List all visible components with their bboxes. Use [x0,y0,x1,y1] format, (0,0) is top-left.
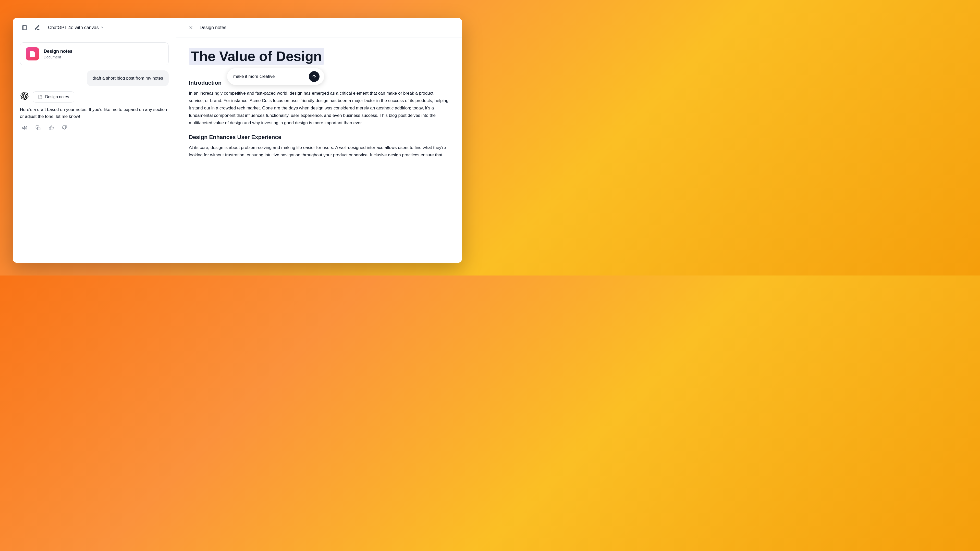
new-chat-button[interactable] [33,23,42,32]
document-title: Design notes [44,49,73,54]
model-label: ChatGPT 4o with canvas [48,25,99,30]
sidebar-toggle-button[interactable] [20,23,29,32]
assistant-actions [20,124,169,132]
document-card[interactable]: Design notes Document [20,42,169,65]
section1-text: At its core, design is about problem-sol… [189,144,449,159]
inline-prompt-input[interactable] [233,74,306,79]
document-info: Design notes Document [44,49,73,59]
inline-send-button[interactable] [309,71,320,82]
canvas-title: Design notes [200,25,226,30]
user-message: draft a short blog post from my notes [87,70,169,86]
svg-marker-4 [23,126,25,129]
document-small-icon [38,95,43,99]
svg-rect-5 [38,127,40,130]
document-subtitle: Document [44,55,73,59]
close-canvas-button[interactable] [186,23,196,32]
assistant-row: Design notes [20,91,169,103]
assistant-response-text: Here's a draft based on your notes. If y… [20,106,169,120]
assistant-message: Design notes Here's a draft based on you… [20,91,169,132]
section1-heading: Design Enhances User Experience [189,134,449,141]
model-selector[interactable]: ChatGPT 4o with canvas [45,24,107,32]
chat-content: Design notes Document draft a short blog… [13,37,176,263]
design-notes-reference-button[interactable]: Design notes [33,91,74,103]
canvas-header: Design notes [176,18,462,38]
left-panel: ChatGPT 4o with canvas [13,18,176,263]
copy-button[interactable] [34,124,42,132]
right-panel: Design notes The Value of Design Introdu… [176,18,462,263]
chevron-down-icon [100,25,104,30]
header: ChatGPT 4o with canvas [13,18,176,37]
app-window: ChatGPT 4o with canvas [13,18,462,263]
assistant-avatar [20,91,29,100]
document-icon-wrapper [26,47,39,60]
thumbs-down-button[interactable] [60,124,69,132]
blog-title: The Value of Design [189,48,324,65]
design-notes-btn-label: Design notes [45,95,69,99]
thumbs-up-button[interactable] [47,124,56,132]
speak-button[interactable] [21,124,29,132]
svg-rect-0 [22,25,27,30]
inline-prompt-overlay [227,68,324,85]
intro-text: In an increasingly competitive and fast-… [189,90,449,127]
document-icon [29,50,36,57]
canvas-content: The Value of Design Introduction In an i… [176,38,462,263]
